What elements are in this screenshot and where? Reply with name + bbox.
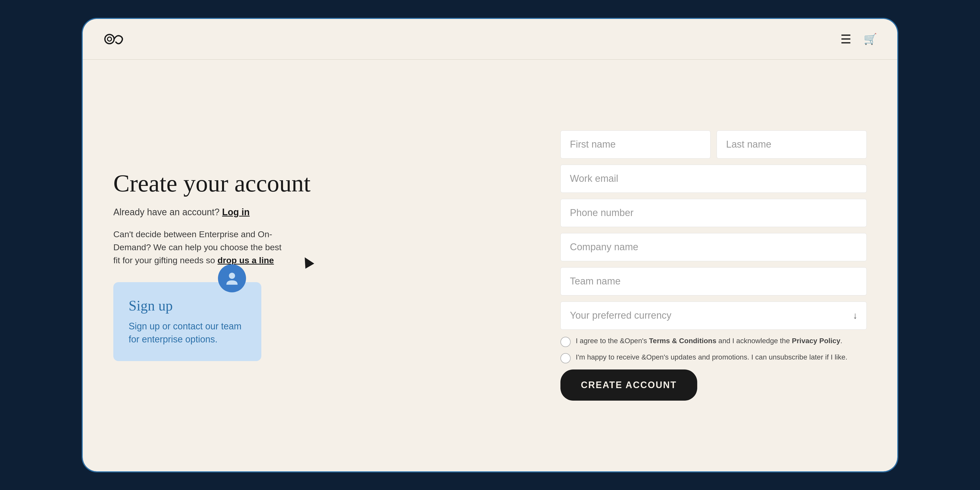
main-content: Create your account Already have an acco… — [83, 60, 897, 471]
currency-wrapper: ↓ — [560, 302, 867, 330]
page: ☰ 🛒 Create your account Already have an … — [83, 19, 897, 471]
create-account-button[interactable]: CREATE ACCOUNT — [560, 369, 697, 401]
marketing-checkbox[interactable] — [560, 353, 571, 363]
terms-checkbox[interactable] — [560, 337, 571, 347]
left-side: Create your account Already have an acco… — [113, 170, 530, 361]
currency-select[interactable] — [560, 302, 867, 330]
marketing-label: I'm happy to receive &Open's updates and… — [576, 352, 847, 362]
svg-point-1 — [107, 37, 111, 41]
help-text: Can't decide between Enterprise and On-D… — [113, 228, 287, 267]
login-link[interactable]: Log in — [222, 207, 250, 217]
phone-input[interactable] — [560, 199, 867, 227]
logo[interactable] — [103, 31, 124, 47]
work-email-input[interactable] — [560, 165, 867, 193]
signup-card: Sign up Sign up or contact our team for … — [113, 282, 261, 361]
team-name-input[interactable] — [560, 267, 867, 295]
page-title: Create your account — [113, 170, 530, 197]
last-name-input[interactable] — [717, 131, 867, 158]
marketing-checkbox-row: I'm happy to receive &Open's updates and… — [560, 352, 867, 363]
terms-checkbox-row: I agree to the &Open's Terms & Condition… — [560, 336, 867, 347]
drop-us-a-line-link[interactable]: drop us a line — [218, 255, 274, 265]
terms-label: I agree to the &Open's Terms & Condition… — [576, 336, 842, 346]
signup-avatar-icon — [218, 264, 246, 292]
nav-right: ☰ 🛒 — [840, 32, 877, 46]
navbar: ☰ 🛒 — [83, 19, 897, 60]
login-prompt: Already have an account? Log in — [113, 207, 530, 217]
first-name-input[interactable] — [560, 131, 711, 158]
menu-icon[interactable]: ☰ — [840, 32, 851, 46]
name-row — [560, 131, 867, 158]
company-name-input[interactable] — [560, 233, 867, 261]
checkbox-section: I agree to the &Open's Terms & Condition… — [560, 336, 867, 363]
registration-form: ↓ I agree to the &Open's Terms & Conditi… — [560, 131, 867, 401]
signup-card-description: Sign up or contact our team for enterpri… — [129, 320, 246, 346]
signup-card-title: Sign up — [129, 297, 246, 314]
svg-point-0 — [105, 35, 114, 44]
browser-frame: ☰ 🛒 Create your account Already have an … — [82, 18, 898, 472]
cursor-pointer — [301, 255, 314, 269]
cart-icon[interactable]: 🛒 — [864, 33, 877, 45]
svg-point-2 — [229, 273, 235, 279]
